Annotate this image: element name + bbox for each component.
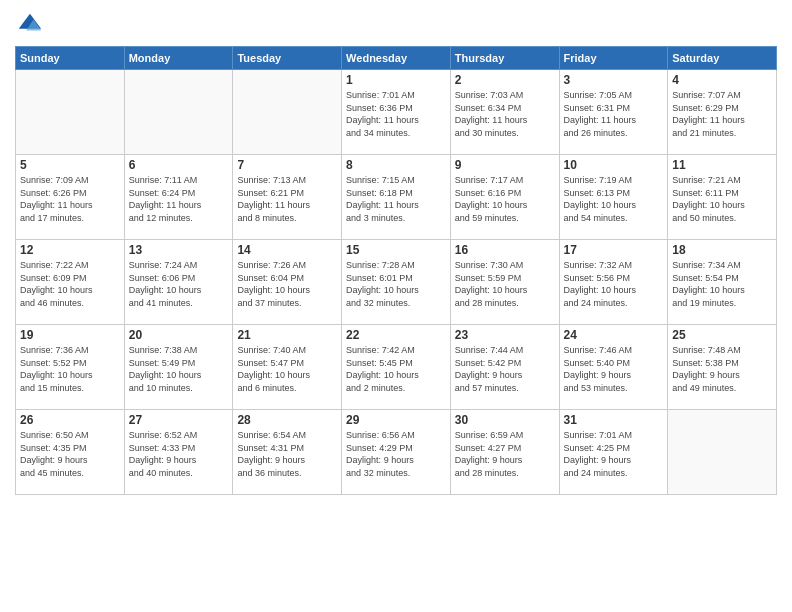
- day-number: 26: [20, 413, 120, 427]
- day-number: 7: [237, 158, 337, 172]
- weekday-header-saturday: Saturday: [668, 47, 777, 70]
- day-number: 28: [237, 413, 337, 427]
- day-number: 11: [672, 158, 772, 172]
- week-row-1: 1Sunrise: 7:01 AM Sunset: 6:36 PM Daylig…: [16, 70, 777, 155]
- day-info: Sunrise: 7:11 AM Sunset: 6:24 PM Dayligh…: [129, 174, 229, 224]
- weekday-header-wednesday: Wednesday: [342, 47, 451, 70]
- calendar-cell: 26Sunrise: 6:50 AM Sunset: 4:35 PM Dayli…: [16, 410, 125, 495]
- day-number: 5: [20, 158, 120, 172]
- day-info: Sunrise: 7:38 AM Sunset: 5:49 PM Dayligh…: [129, 344, 229, 394]
- day-info: Sunrise: 7:30 AM Sunset: 5:59 PM Dayligh…: [455, 259, 555, 309]
- day-info: Sunrise: 7:32 AM Sunset: 5:56 PM Dayligh…: [564, 259, 664, 309]
- day-number: 10: [564, 158, 664, 172]
- day-info: Sunrise: 7:15 AM Sunset: 6:18 PM Dayligh…: [346, 174, 446, 224]
- calendar-cell: 16Sunrise: 7:30 AM Sunset: 5:59 PM Dayli…: [450, 240, 559, 325]
- calendar-cell: 9Sunrise: 7:17 AM Sunset: 6:16 PM Daylig…: [450, 155, 559, 240]
- weekday-header-row: SundayMondayTuesdayWednesdayThursdayFrid…: [16, 47, 777, 70]
- day-number: 9: [455, 158, 555, 172]
- day-info: Sunrise: 7:36 AM Sunset: 5:52 PM Dayligh…: [20, 344, 120, 394]
- day-info: Sunrise: 7:40 AM Sunset: 5:47 PM Dayligh…: [237, 344, 337, 394]
- calendar-cell: 1Sunrise: 7:01 AM Sunset: 6:36 PM Daylig…: [342, 70, 451, 155]
- day-info: Sunrise: 7:22 AM Sunset: 6:09 PM Dayligh…: [20, 259, 120, 309]
- day-number: 29: [346, 413, 446, 427]
- day-number: 31: [564, 413, 664, 427]
- calendar-cell: 17Sunrise: 7:32 AM Sunset: 5:56 PM Dayli…: [559, 240, 668, 325]
- day-info: Sunrise: 7:24 AM Sunset: 6:06 PM Dayligh…: [129, 259, 229, 309]
- day-number: 19: [20, 328, 120, 342]
- calendar-cell: 19Sunrise: 7:36 AM Sunset: 5:52 PM Dayli…: [16, 325, 125, 410]
- day-info: Sunrise: 7:34 AM Sunset: 5:54 PM Dayligh…: [672, 259, 772, 309]
- day-info: Sunrise: 7:44 AM Sunset: 5:42 PM Dayligh…: [455, 344, 555, 394]
- calendar-cell: 25Sunrise: 7:48 AM Sunset: 5:38 PM Dayli…: [668, 325, 777, 410]
- day-number: 18: [672, 243, 772, 257]
- calendar-cell: 21Sunrise: 7:40 AM Sunset: 5:47 PM Dayli…: [233, 325, 342, 410]
- week-row-2: 5Sunrise: 7:09 AM Sunset: 6:26 PM Daylig…: [16, 155, 777, 240]
- day-number: 2: [455, 73, 555, 87]
- calendar-cell: 13Sunrise: 7:24 AM Sunset: 6:06 PM Dayli…: [124, 240, 233, 325]
- calendar-cell: 4Sunrise: 7:07 AM Sunset: 6:29 PM Daylig…: [668, 70, 777, 155]
- day-info: Sunrise: 6:59 AM Sunset: 4:27 PM Dayligh…: [455, 429, 555, 479]
- day-number: 12: [20, 243, 120, 257]
- day-number: 22: [346, 328, 446, 342]
- calendar-table: SundayMondayTuesdayWednesdayThursdayFrid…: [15, 46, 777, 495]
- day-info: Sunrise: 7:48 AM Sunset: 5:38 PM Dayligh…: [672, 344, 772, 394]
- week-row-4: 19Sunrise: 7:36 AM Sunset: 5:52 PM Dayli…: [16, 325, 777, 410]
- day-info: Sunrise: 6:56 AM Sunset: 4:29 PM Dayligh…: [346, 429, 446, 479]
- calendar-cell: [124, 70, 233, 155]
- week-row-5: 26Sunrise: 6:50 AM Sunset: 4:35 PM Dayli…: [16, 410, 777, 495]
- day-info: Sunrise: 7:01 AM Sunset: 4:25 PM Dayligh…: [564, 429, 664, 479]
- day-number: 6: [129, 158, 229, 172]
- weekday-header-tuesday: Tuesday: [233, 47, 342, 70]
- day-number: 20: [129, 328, 229, 342]
- calendar-cell: 31Sunrise: 7:01 AM Sunset: 4:25 PM Dayli…: [559, 410, 668, 495]
- day-info: Sunrise: 7:28 AM Sunset: 6:01 PM Dayligh…: [346, 259, 446, 309]
- day-info: Sunrise: 6:50 AM Sunset: 4:35 PM Dayligh…: [20, 429, 120, 479]
- calendar-cell: 6Sunrise: 7:11 AM Sunset: 6:24 PM Daylig…: [124, 155, 233, 240]
- calendar-cell: [233, 70, 342, 155]
- calendar-cell: 27Sunrise: 6:52 AM Sunset: 4:33 PM Dayli…: [124, 410, 233, 495]
- day-number: 17: [564, 243, 664, 257]
- day-number: 21: [237, 328, 337, 342]
- day-info: Sunrise: 7:17 AM Sunset: 6:16 PM Dayligh…: [455, 174, 555, 224]
- weekday-header-sunday: Sunday: [16, 47, 125, 70]
- day-info: Sunrise: 7:42 AM Sunset: 5:45 PM Dayligh…: [346, 344, 446, 394]
- day-info: Sunrise: 7:05 AM Sunset: 6:31 PM Dayligh…: [564, 89, 664, 139]
- calendar-cell: 15Sunrise: 7:28 AM Sunset: 6:01 PM Dayli…: [342, 240, 451, 325]
- calendar-cell: [16, 70, 125, 155]
- day-info: Sunrise: 7:46 AM Sunset: 5:40 PM Dayligh…: [564, 344, 664, 394]
- day-number: 25: [672, 328, 772, 342]
- calendar-cell: 14Sunrise: 7:26 AM Sunset: 6:04 PM Dayli…: [233, 240, 342, 325]
- week-row-3: 12Sunrise: 7:22 AM Sunset: 6:09 PM Dayli…: [16, 240, 777, 325]
- day-info: Sunrise: 7:01 AM Sunset: 6:36 PM Dayligh…: [346, 89, 446, 139]
- day-info: Sunrise: 7:19 AM Sunset: 6:13 PM Dayligh…: [564, 174, 664, 224]
- calendar-cell: 10Sunrise: 7:19 AM Sunset: 6:13 PM Dayli…: [559, 155, 668, 240]
- calendar-cell: 3Sunrise: 7:05 AM Sunset: 6:31 PM Daylig…: [559, 70, 668, 155]
- day-info: Sunrise: 6:52 AM Sunset: 4:33 PM Dayligh…: [129, 429, 229, 479]
- calendar-cell: 23Sunrise: 7:44 AM Sunset: 5:42 PM Dayli…: [450, 325, 559, 410]
- day-number: 16: [455, 243, 555, 257]
- day-info: Sunrise: 7:21 AM Sunset: 6:11 PM Dayligh…: [672, 174, 772, 224]
- day-number: 30: [455, 413, 555, 427]
- calendar-cell: 29Sunrise: 6:56 AM Sunset: 4:29 PM Dayli…: [342, 410, 451, 495]
- day-number: 15: [346, 243, 446, 257]
- calendar-cell: 18Sunrise: 7:34 AM Sunset: 5:54 PM Dayli…: [668, 240, 777, 325]
- day-number: 1: [346, 73, 446, 87]
- day-number: 13: [129, 243, 229, 257]
- calendar-cell: 24Sunrise: 7:46 AM Sunset: 5:40 PM Dayli…: [559, 325, 668, 410]
- calendar-cell: 5Sunrise: 7:09 AM Sunset: 6:26 PM Daylig…: [16, 155, 125, 240]
- calendar-cell: 22Sunrise: 7:42 AM Sunset: 5:45 PM Dayli…: [342, 325, 451, 410]
- day-number: 4: [672, 73, 772, 87]
- calendar-cell: 30Sunrise: 6:59 AM Sunset: 4:27 PM Dayli…: [450, 410, 559, 495]
- calendar-cell: [668, 410, 777, 495]
- calendar-cell: 7Sunrise: 7:13 AM Sunset: 6:21 PM Daylig…: [233, 155, 342, 240]
- weekday-header-friday: Friday: [559, 47, 668, 70]
- logo: [15, 10, 47, 38]
- calendar-cell: 20Sunrise: 7:38 AM Sunset: 5:49 PM Dayli…: [124, 325, 233, 410]
- day-info: Sunrise: 7:09 AM Sunset: 6:26 PM Dayligh…: [20, 174, 120, 224]
- calendar-cell: 28Sunrise: 6:54 AM Sunset: 4:31 PM Dayli…: [233, 410, 342, 495]
- day-number: 8: [346, 158, 446, 172]
- day-info: Sunrise: 7:07 AM Sunset: 6:29 PM Dayligh…: [672, 89, 772, 139]
- weekday-header-monday: Monday: [124, 47, 233, 70]
- calendar-cell: 2Sunrise: 7:03 AM Sunset: 6:34 PM Daylig…: [450, 70, 559, 155]
- day-number: 3: [564, 73, 664, 87]
